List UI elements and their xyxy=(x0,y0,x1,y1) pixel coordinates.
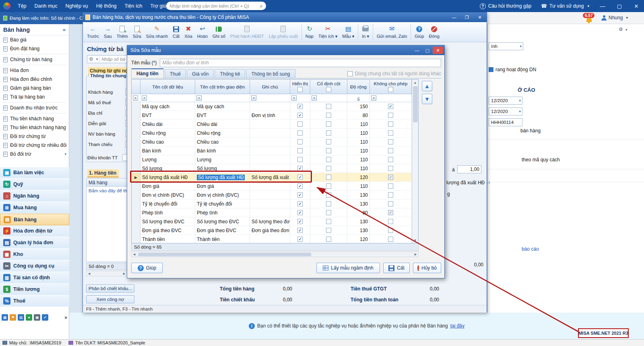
toolbar-cat-button[interactable]: Cất xyxy=(170,23,182,41)
sidebar-item-hoa-don-dieu-chinh[interactable]: Hóa đơn điều chỉnh xyxy=(0,75,69,84)
grid-header-fix[interactable]: Cố định cột xyxy=(310,80,347,94)
allocate-discount-button[interactable]: Phân bổ chiết khấu... xyxy=(86,284,134,292)
fix-checkbox[interactable] xyxy=(326,139,331,144)
dialog-save-button[interactable]: Cất xyxy=(383,263,410,273)
dialog-title-bar[interactable]: Sửa Sửa mẫu — ▢ ✕ xyxy=(127,45,444,55)
grid-filter-cell-7[interactable]: ▾ xyxy=(370,94,412,102)
grid-row-13[interactable]: Số lượng theo ĐVCSố lượng theo ĐVCSố lượ… xyxy=(132,217,412,226)
grid-row-6[interactable]: LượngLượng110 xyxy=(132,155,412,164)
working-tab[interactable]: Đang làm việc trên: Sổ tài chính - C xyxy=(0,12,83,24)
header-checkbox[interactable] xyxy=(388,87,393,92)
more-icons-button[interactable]: » xyxy=(64,315,67,320)
quick-window-icon[interactable]: ▦ xyxy=(2,314,8,321)
toolbar-gui-email-zalo-button[interactable]: ✉Gửi email, Zalo xyxy=(374,23,409,41)
lock-checkbox[interactable] xyxy=(388,175,393,180)
menu-he-thong[interactable]: Hệ thống xyxy=(92,0,121,12)
quick-check-icon[interactable]: ✔ xyxy=(42,314,48,321)
fix-checkbox[interactable] xyxy=(326,192,331,198)
grid-filter-cell-3[interactable]: ▾ xyxy=(250,94,290,102)
lock-checkbox[interactable] xyxy=(388,219,393,224)
doc-number-box[interactable]: HHH00114 xyxy=(489,118,522,126)
grid-row-12[interactable]: Phép tínhPhép tính80 xyxy=(132,208,412,217)
filter-operator[interactable]: ≤ xyxy=(357,96,359,101)
sidebar-item-giam-gia-hang-ban[interactable]: Giảm giá hàng bán xyxy=(0,84,69,93)
show-checkbox[interactable] xyxy=(297,130,303,136)
info-link[interactable]: tại đây xyxy=(450,323,464,329)
lock-checkbox[interactable] xyxy=(388,210,393,215)
feature-search-box[interactable]: ⌕ xyxy=(166,2,266,10)
grid-header-data-col[interactable]: Tên cột dữ liệu xyxy=(140,80,195,94)
view-debt-button[interactable]: Xem công nợ xyxy=(86,295,134,303)
show-checkbox[interactable] xyxy=(297,113,303,118)
lock-checkbox[interactable] xyxy=(388,192,393,198)
grid-row-10[interactable]: Đơn vị chính (ĐVC)Đơn vị chính (ĐVC)130 xyxy=(132,191,412,200)
header-checkbox[interactable] xyxy=(326,87,331,92)
grid-row-7[interactable]: Số lượngSố lượng110 xyxy=(132,164,412,173)
toolbar-dong-button[interactable]: Đóng xyxy=(427,23,442,41)
show-checkbox[interactable] xyxy=(297,175,303,180)
sidebar-item-tra-lai-hang-ban[interactable]: Trả lại hàng bán xyxy=(0,93,69,101)
module-ban-hang[interactable]: ▤Bán hàng xyxy=(0,214,69,225)
lock-checkbox[interactable] xyxy=(388,201,393,206)
toolbar-sua-button[interactable]: ✎Sửa xyxy=(130,23,144,41)
fix-checkbox[interactable] xyxy=(326,148,331,153)
fix-checkbox[interactable] xyxy=(326,210,331,215)
lock-checkbox[interactable] xyxy=(388,157,393,162)
show-checkbox[interactable] xyxy=(297,237,303,242)
lock-checkbox[interactable] xyxy=(388,122,393,127)
grid-header-lock[interactable]: Không cho phép xyxy=(370,80,412,94)
module-ngan-hang[interactable]: ⌂Ngân hàng xyxy=(0,190,69,202)
settings-gear-icon[interactable]: ⚙ ▾ xyxy=(619,27,627,32)
module-quy[interactable]: ↻Quỹ xyxy=(0,179,69,190)
doc-number-selector[interactable]: ⚙ ▾ Nhập số bá xyxy=(87,55,127,63)
filter-icon[interactable]: ▾ xyxy=(133,95,138,101)
window-close-button[interactable]: ✕ xyxy=(475,14,485,21)
module-cong-cu-dung-cu[interactable]: ✂Công cụ dụng cụ xyxy=(0,260,69,272)
module-thue[interactable]: %Thuế xyxy=(0,295,69,307)
toolbar-sau-button[interactable]: →Sau xyxy=(101,23,114,41)
period-from-combo[interactable]: 12/2020▾ xyxy=(489,97,522,105)
grid-row-2[interactable]: Chiều dàiChiều dài110 xyxy=(132,120,412,129)
show-checkbox[interactable] xyxy=(297,210,303,215)
dialog-tab-4[interactable]: Thông tin bổ sung xyxy=(246,69,295,78)
grid-filter-cell-5[interactable]: ▾ xyxy=(310,94,347,102)
dialog-tab-3[interactable]: Thống kê xyxy=(215,69,245,78)
lock-checkbox[interactable] xyxy=(388,166,393,171)
add-row-hint[interactable]: Bấm vào đây để thê xyxy=(87,187,127,195)
toolbar-sua-nhanh-button[interactable]: ✎Sửa nhanh xyxy=(144,23,170,41)
lock-checkbox[interactable] xyxy=(388,130,393,136)
show-checkbox[interactable] xyxy=(297,122,303,127)
move-row-down-button[interactable]: ▼ xyxy=(422,94,432,104)
dialog-close-button[interactable]: ✕ xyxy=(433,47,443,54)
sidebar-item-doi-tru-chung-tu-nhieu-doi-tuong[interactable]: Đối trừ chứng từ nhiều đối tư... xyxy=(0,141,69,150)
show-checkbox[interactable] xyxy=(297,148,303,153)
grid-header-note[interactable]: Ghi chú xyxy=(250,80,290,94)
show-checkbox[interactable] xyxy=(297,219,303,224)
grid-filter-cell-0[interactable]: ▾ xyxy=(132,94,140,102)
toolbar-lap-phieu-xuat-button[interactable]: Lập phiếu xuất xyxy=(266,23,300,41)
grid-row-1[interactable]: ĐVTĐVTĐơn vị tính80 xyxy=(132,111,412,120)
fix-checkbox[interactable] xyxy=(326,130,331,136)
toolbar-phat-hanh-hddt-button[interactable]: Phát hành HĐĐT xyxy=(228,23,266,41)
faq-button[interactable]: ? Câu hỏi thường gặp xyxy=(476,0,535,12)
template-name-input[interactable] xyxy=(160,59,441,67)
quick-monitor-icon[interactable]: ▣ xyxy=(34,314,40,321)
grid-filter-cell-6[interactable]: ≤ xyxy=(347,94,370,102)
grid-filter-cell-2[interactable]: ▾ xyxy=(195,94,250,102)
toolbar-tien-ich-button[interactable]: ✂Tiện ích ▾ xyxy=(316,23,340,41)
toolbar-them-button[interactable]: +Thêm xyxy=(114,23,130,41)
filter-icon[interactable]: ▾ xyxy=(312,95,317,101)
dialog-maximize-button[interactable]: ▢ xyxy=(422,47,433,54)
lock-checkbox[interactable] xyxy=(388,148,393,153)
toolbar-ghi-so-button[interactable]: Ghi sổ xyxy=(210,23,228,41)
value-box-100[interactable]: 1,00 xyxy=(457,165,481,173)
collapse-sidebar-button[interactable]: « xyxy=(63,27,66,33)
move-row-up-button[interactable]: ▲ xyxy=(422,81,432,91)
sidebar-item-chung-tu-ban-hang[interactable]: Chứng từ bán hàng xyxy=(0,55,69,64)
grid-header-width[interactable]: Độ rộng xyxy=(347,80,370,94)
toolbar-xoa-button[interactable]: ✖Xóa xyxy=(182,23,195,41)
grid-header-show[interactable]: Hiển thị xyxy=(290,80,310,94)
fix-checkbox[interactable] xyxy=(326,228,331,233)
column-header-ma-hang[interactable]: Mã hàng xyxy=(87,179,127,187)
grid-row-4[interactable]: Chiều caoChiều cao110 xyxy=(132,138,412,146)
